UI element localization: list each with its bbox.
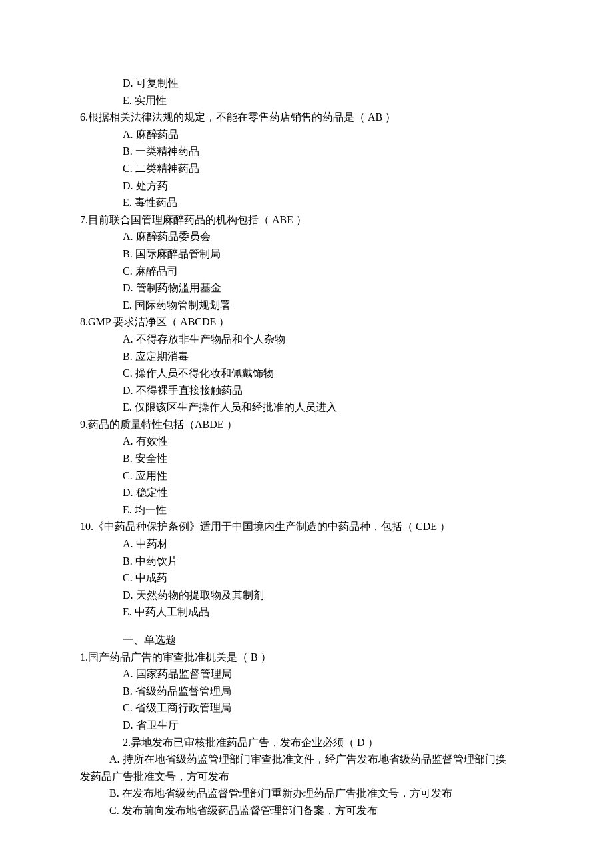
option-a: A. 中药材: [80, 535, 533, 553]
question-text: 目前联合国管理麻醉药品的机构包括（ ABE ）: [88, 214, 306, 225]
option-b: B. 在发布地省级药品监督管理部门重新办理药品广告批准文号，方可发布: [80, 785, 533, 802]
question-number: 10.: [80, 521, 93, 532]
question-text: 药品的质量特性包括（ABDE ）: [88, 419, 237, 430]
option-a: A. 不得存放非生产物品和个人杂物: [80, 331, 533, 348]
option-d: D. 管制药物滥用基金: [80, 279, 533, 297]
option-c: C. 麻醉品司: [80, 263, 533, 280]
option-a-line2: 发药品广告批准文号，方可发布: [80, 768, 533, 785]
single-q1-stem: 1.国产药品广告的审查批准机关是（ B ）: [80, 649, 533, 666]
option-d: D. 省卫生厅: [80, 717, 533, 734]
option-e: E. 中药人工制成品: [80, 603, 533, 621]
question-text: 国产药品广告的审查批准机关是（ B ）: [88, 651, 271, 663]
document-page: D. 可复制性 E. 实用性 6.根据相关法律法规的规定，不能在零售药店销售的药…: [0, 0, 613, 868]
option-d: D. 稳定性: [80, 484, 533, 501]
question-10-stem: 10.《中药品种保护条例》适用于中国境内生产制造的中药品种，包括（ CDE ）: [80, 518, 533, 535]
question-9-stem: 9.药品的质量特性包括（ABDE ）: [80, 416, 533, 433]
option-d: D. 处方药: [80, 177, 533, 195]
option-b: B. 安全性: [80, 450, 533, 467]
option-c: C. 二类精神药品: [80, 160, 533, 177]
option-c: C. 发布前向发布地省级药品监督管理部门备案，方可发布: [80, 802, 533, 819]
question-text: 《中药品种保护条例》适用于中国境内生产制造的中药品种，包括（ CDE ）: [93, 521, 450, 532]
option-e: E. 实用性: [80, 92, 533, 109]
question-number: 1.: [80, 651, 88, 663]
question-number: 6.: [80, 111, 88, 123]
option-b: B. 国际麻醉品管制局: [80, 245, 533, 263]
option-a: A. 麻醉药品委员会: [80, 228, 533, 245]
option-b: B. 一类精神药品: [80, 143, 533, 160]
question-number: 8.: [80, 316, 88, 327]
option-a-line1: A. 持所在地省级药监管理部门审查批准文件，经广告发布地省级药品监督管理部门换: [80, 751, 533, 768]
option-c: C. 应用性: [80, 467, 533, 485]
question-6-stem: 6.根据相关法律法规的规定，不能在零售药店销售的药品是（ AB ）: [80, 109, 533, 126]
option-c: C. 中成药: [80, 569, 533, 587]
option-b: B. 中药饮片: [80, 553, 533, 570]
option-b: B. 应定期消毒: [80, 348, 533, 365]
section-heading-single-choice: 一、单选题: [80, 631, 533, 649]
option-c: C. 省级工商行政管理局: [80, 699, 533, 717]
option-e: E. 均一性: [80, 501, 533, 519]
spacer: [80, 621, 533, 631]
option-e: E. 毒性药品: [80, 194, 533, 211]
option-d: D. 可复制性: [80, 75, 533, 92]
question-number: 9.: [80, 419, 88, 430]
option-a: A. 国家药品监督管理局: [80, 665, 533, 683]
option-c: C. 操作人员不得化妆和佩戴饰物: [80, 365, 533, 382]
question-text: 根据相关法律法规的规定，不能在零售药店销售的药品是（ AB ）: [88, 111, 396, 123]
option-e: E. 仅限该区生产操作人员和经批准的人员进入: [80, 399, 533, 416]
option-b: B. 省级药品监督管理局: [80, 683, 533, 700]
question-7-stem: 7.目前联合国管理麻醉药品的机构包括（ ABE ）: [80, 211, 533, 229]
option-d: D. 不得裸手直接接触药品: [80, 382, 533, 399]
single-q2-stem: 2.异地发布已审核批准药品广告，发布企业必须（ D ）: [80, 734, 533, 751]
option-e: E. 国际药物管制规划署: [80, 297, 533, 314]
option-a: A. 有效性: [80, 433, 533, 450]
question-text: GMP 要求洁净区（ ABCDE ）: [88, 316, 229, 327]
option-d: D. 天然药物的提取物及其制剂: [80, 587, 533, 604]
question-number: 7.: [80, 214, 88, 225]
question-8-stem: 8.GMP 要求洁净区（ ABCDE ）: [80, 313, 533, 331]
option-a: A. 麻醉药品: [80, 126, 533, 143]
